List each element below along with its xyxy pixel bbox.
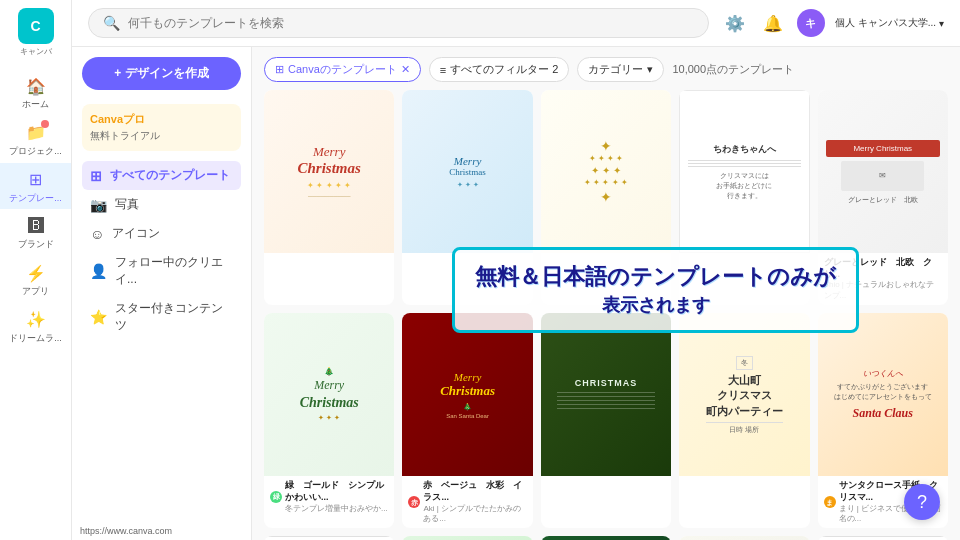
avatar: キ	[797, 9, 825, 37]
user-sublabel: キャンパス大学...	[858, 16, 936, 30]
template-chip-label: Canvaのテンプレート	[288, 62, 397, 77]
photos-icon: 📷	[90, 197, 107, 213]
sidebar-item-project-label: プロジェク...	[9, 146, 62, 157]
follow-label: フォロー中のクリエイ...	[115, 254, 233, 288]
sidebar-item-templates-label: テンプレー...	[9, 193, 62, 204]
project-icon: 📁	[25, 122, 47, 144]
search-icon: 🔍	[103, 15, 120, 31]
star-icon: ⭐	[90, 309, 107, 325]
template-card-8[interactable]: CHRISTMAS	[541, 313, 671, 528]
pro-title: Canvaプロ	[90, 112, 233, 127]
icons-label: アイコン	[112, 225, 160, 242]
filter-canva-templates[interactable]: ⊞ Canvaのテンプレート ✕	[264, 57, 421, 82]
sidebar-item-brand[interactable]: 🅱 ブランド	[0, 209, 71, 256]
template-card-3[interactable]: ✦ ✦ ✦ ✦ ✦ ✦ ✦ ✦ ✦ ✦ ✦ ✦ ✦ ✦	[541, 90, 671, 305]
sidebar-item-project[interactable]: 📁 プロジェク...	[0, 116, 71, 163]
sidebar: C キャンバ 🏠 ホーム 📁 プロジェク... ⊞ テンプレー... 🅱 ブラン…	[0, 0, 72, 540]
card-7-subtitle: Aki | シンプルでたたかみのある...	[423, 504, 526, 525]
sidebar-item-brand-label: ブランド	[18, 239, 54, 250]
template-card-1[interactable]: Merry Christmas ✦ ✦ ✦ ✦ ✦ ──────────	[264, 90, 394, 305]
menu-item-starred[interactable]: ⭐ スター付きコンテンツ	[82, 294, 241, 340]
remove-filter-icon[interactable]: ✕	[401, 63, 410, 76]
sidebar-item-templates[interactable]: ⊞ テンプレー...	[0, 163, 71, 210]
template-card-6[interactable]: 🎄 Merry Christmas ✦ ✦ ✦ 緑 緑 ゴールド シンプル かわ…	[264, 313, 394, 528]
category-chevron-icon: ▾	[647, 63, 653, 76]
home-icon: 🏠	[25, 75, 47, 97]
filter-category[interactable]: カテゴリー ▾	[577, 57, 664, 82]
trial-text: 無料トライアル	[90, 129, 233, 143]
templates-icon: ⊞	[25, 169, 47, 191]
follow-icon: 👤	[90, 263, 107, 279]
template-card-13[interactable]: 🎄 🎄 🎄 CHRISTMASSALE ✦ ✦ ✦	[541, 536, 671, 540]
brand-icon: 🅱	[25, 215, 47, 237]
sidebar-item-dreams[interactable]: ✨ ドリームラ...	[0, 303, 71, 350]
bell-icon[interactable]: 🔔	[759, 9, 787, 37]
header-icons: ⚙️ 🔔 キ 個人 キャンパス大学... ▾	[721, 9, 944, 37]
filter-icon: ≡	[440, 64, 446, 76]
card-5-subtitle: Shio | ナチュラルおしゃれなテンプ...	[824, 280, 942, 301]
card-6-subtitle: 冬テンプレ増量中おみやか...	[285, 504, 388, 514]
sidebar-item-apps-label: アプリ	[22, 286, 49, 297]
sidebar-item-dreams-label: ドリームラ...	[9, 333, 62, 344]
card-7-title: 赤 ベージュ 水彩 イラス...	[423, 480, 526, 503]
filter-all-filters[interactable]: ≡ すべてのフィルター 2	[429, 57, 570, 82]
card-5-title: グレーとレッド 北欧 クリ...	[824, 257, 942, 280]
bottom-url: https://www.canva.com	[80, 526, 172, 536]
template-card-14[interactable]: 🌿 Merry Christmas く 緑 ベージュ シンプル エ... くみ …	[679, 536, 809, 540]
apps-icon: ⚡	[25, 262, 47, 284]
settings-icon[interactable]: ⚙️	[721, 9, 749, 37]
search-bar[interactable]: 🔍	[88, 8, 709, 38]
dreams-icon: ✨	[25, 309, 47, 331]
user-info: 個人 キャンパス大学... ▾	[835, 16, 944, 30]
template-card-9[interactable]: 冬 大山町クリスマス町内パーティー 日時 場所	[679, 313, 809, 528]
all-templates-icon: ⊞	[90, 168, 102, 184]
category-label: カテゴリー	[588, 62, 643, 77]
header: 🔍 ⚙️ 🔔 キ 個人 キャンパス大学... ▾	[72, 0, 960, 47]
template-grid: Merry Christmas ✦ ✦ ✦ ✦ ✦ ────────── Mer…	[264, 90, 948, 540]
app-logo: C キャンバ	[18, 8, 54, 57]
template-count: 10,000点のテンプレート	[672, 62, 794, 77]
template-card-2[interactable]: Merry Christmas ✦ ✦ ✦	[402, 90, 532, 305]
menu-item-follow-creators[interactable]: 👤 フォロー中のクリエイ...	[82, 248, 241, 294]
card-10-avatar: ま	[824, 496, 836, 508]
sidebar-item-home-label: ホーム	[22, 99, 49, 110]
menu-item-icons[interactable]: ☺ アイコン	[82, 219, 241, 248]
sidebar-item-apps[interactable]: ⚡ アプリ	[0, 256, 71, 303]
menu-item-photos[interactable]: 📷 写真	[82, 190, 241, 219]
all-filters-label: すべてのフィルター 2	[450, 62, 558, 77]
template-card-5[interactable]: Merry Christmas ✉ グレーとレッド 北欧 グレーとレッド 北欧 …	[818, 90, 948, 305]
template-card-12[interactable]: Merry Christmas 🎅 ho!	[402, 536, 532, 540]
user-label: 個人	[835, 16, 855, 30]
content-area: + デザインを作成 Canvaプロ 無料トライアル ⊞ すべてのテンプレート 📷…	[72, 47, 960, 540]
create-design-button[interactable]: + デザインを作成	[82, 57, 241, 90]
template-chip-icon: ⊞	[275, 63, 284, 76]
left-panel: + デザインを作成 Canvaプロ 無料トライアル ⊞ すべてのテンプレート 📷…	[72, 47, 252, 540]
pro-trial-banner[interactable]: Canvaプロ 無料トライアル	[82, 104, 241, 151]
sidebar-item-home[interactable]: 🏠 ホーム	[0, 69, 71, 116]
gallery-area: ⊞ Canvaのテンプレート ✕ ≡ すべてのフィルター 2 カテゴリー ▾ 1…	[252, 47, 960, 540]
canva-logo-text: キャンバ	[20, 46, 52, 57]
project-badge	[41, 120, 49, 128]
menu-item-all-templates[interactable]: ⊞ すべてのテンプレート	[82, 161, 241, 190]
all-templates-label: すべてのテンプレート	[110, 167, 230, 184]
template-card-4[interactable]: ちわきちゃんへ クリスマスにはお手紙おとどけに行きます。	[679, 90, 809, 305]
main-area: 🔍 ⚙️ 🔔 キ 個人 キャンパス大学... ▾ + デザインを作成 Canva…	[72, 0, 960, 540]
template-card-11[interactable]: いつくんへ すてかぶりがとうございます はじめてにアレセントをもって … サンタ…	[264, 536, 394, 540]
help-button[interactable]: ?	[904, 484, 940, 520]
card-7-avatar: 赤	[408, 496, 420, 508]
filter-bar: ⊞ Canvaのテンプレート ✕ ≡ すべてのフィルター 2 カテゴリー ▾ 1…	[264, 57, 948, 82]
starred-label: スター付きコンテンツ	[115, 300, 233, 334]
canva-logo-icon: C	[18, 8, 54, 44]
template-card-7[interactable]: Merry Christmas 🎄 San Santa Dear 赤 赤 ベージ…	[402, 313, 532, 528]
card-6-title: 緑 ゴールド シンプル かわいい...	[285, 480, 388, 503]
card-6-avatar: 緑	[270, 491, 282, 503]
chevron-down-icon: ▾	[939, 18, 944, 29]
template-card-15[interactable]: 🎄 クリスマス ✦ ✦ ✦ C 緑と赤 クリスマス 消費者/他... Canva…	[818, 536, 948, 540]
search-input[interactable]	[128, 16, 694, 30]
icons-icon: ☺	[90, 226, 104, 242]
photos-label: 写真	[115, 196, 139, 213]
